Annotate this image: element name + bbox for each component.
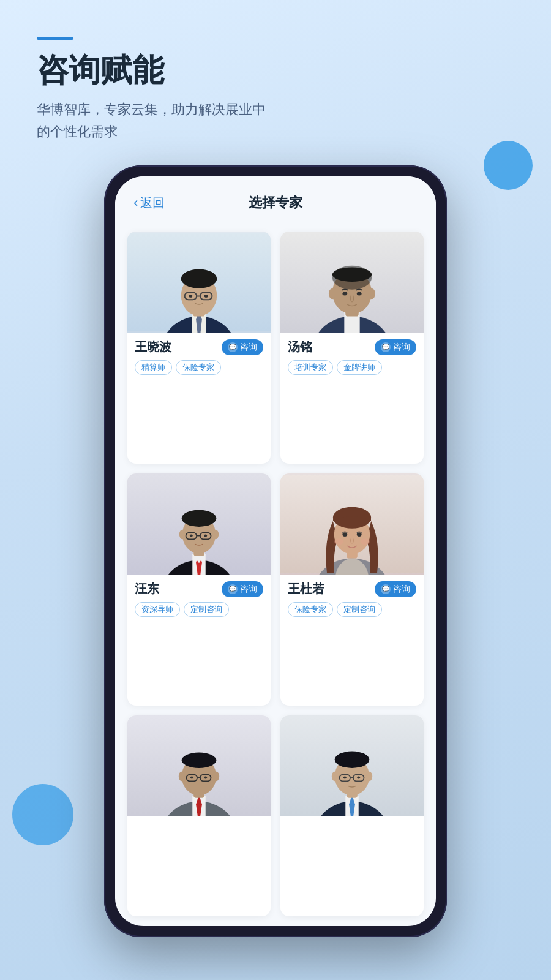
expert-photo-5 bbox=[127, 715, 271, 816]
expert-card-wang-dong: 汪东 💬 咨询 资深导师 定制咨询 bbox=[127, 473, 271, 706]
svg-point-11 bbox=[189, 295, 192, 298]
expert-name-row: 王晓波 💬 咨询 bbox=[135, 339, 263, 355]
consult-label: 咨询 bbox=[393, 342, 410, 353]
expert-name: 汪东 bbox=[135, 581, 159, 597]
tag-zishen: 资深导师 bbox=[135, 602, 180, 617]
consult-button-wang-duruo[interactable]: 💬 咨询 bbox=[375, 581, 416, 597]
back-label: 返回 bbox=[140, 195, 165, 211]
expert-card-wang-xiaobo: 王晓波 💬 咨询 精算师 保险专家 bbox=[127, 232, 271, 464]
app-content: ‹ 返回 选择专家 bbox=[115, 176, 436, 926]
expert-photo-wang-dong bbox=[127, 473, 271, 575]
svg-point-19 bbox=[332, 266, 372, 290]
svg-point-23 bbox=[368, 288, 375, 300]
consult-label: 咨询 bbox=[240, 342, 257, 353]
expert-info-wang-xiaobo: 王晓波 💬 咨询 精算师 保险专家 bbox=[127, 333, 271, 382]
svg-point-75 bbox=[343, 777, 347, 779]
consult-button-tang-ming[interactable]: 💬 咨询 bbox=[375, 339, 416, 355]
chat-icon: 💬 bbox=[381, 342, 391, 352]
tag-dingzhi: 定制咨询 bbox=[184, 602, 229, 617]
tag-jinpai: 金牌讲师 bbox=[337, 360, 382, 375]
expert-tags: 精算师 保险专家 bbox=[135, 360, 263, 375]
consult-button-wang-dong[interactable]: 💬 咨询 bbox=[222, 581, 263, 597]
expert-photo-wang-xiaobo bbox=[127, 232, 271, 333]
nav-title: 选择专家 bbox=[249, 194, 302, 212]
svg-point-12 bbox=[204, 295, 208, 298]
svg-point-69 bbox=[335, 752, 370, 768]
expert-info-tang-ming: 汤铭 💬 咨询 培训专家 金牌讲师 bbox=[280, 333, 424, 382]
svg-point-45 bbox=[342, 532, 347, 537]
tag-baoxian: 保险专家 bbox=[176, 360, 221, 375]
expert-name-row: 汤铭 💬 咨询 bbox=[288, 339, 416, 355]
svg-point-73 bbox=[332, 772, 338, 782]
expert-tags: 资深导师 定制咨询 bbox=[135, 602, 263, 617]
svg-point-74 bbox=[366, 772, 372, 782]
expert-photo-wang-duruo bbox=[280, 473, 424, 575]
expert-tags: 培训专家 金牌讲师 bbox=[288, 360, 416, 375]
page-subtitle: 华博智库，专家云集，助力解决展业中的个性化需求 bbox=[37, 99, 514, 141]
tag-baoxian2: 保险专家 bbox=[288, 602, 333, 617]
header-accent-bar bbox=[37, 37, 73, 40]
svg-point-62 bbox=[204, 777, 207, 779]
expert-card-tang-ming: 汤铭 💬 咨询 培训专家 金牌讲师 bbox=[280, 232, 424, 464]
svg-point-21 bbox=[357, 292, 362, 296]
svg-point-31 bbox=[182, 510, 217, 527]
chat-icon: 💬 bbox=[228, 342, 238, 352]
expert-name: 王杜若 bbox=[288, 581, 324, 597]
expert-name-row: 汪东 💬 咨询 bbox=[135, 581, 263, 597]
expert-info-wang-duruo: 王杜若 💬 咨询 保险专家 定制咨询 bbox=[280, 575, 424, 624]
svg-point-38 bbox=[212, 530, 219, 540]
svg-point-61 bbox=[190, 777, 193, 779]
consult-button-wang-xiaobo[interactable]: 💬 咨询 bbox=[222, 339, 263, 355]
expert-name-row: 王杜若 💬 咨询 bbox=[288, 581, 416, 597]
consult-label: 咨询 bbox=[393, 584, 410, 595]
expert-photo-6 bbox=[280, 715, 424, 816]
svg-point-22 bbox=[329, 288, 336, 300]
header-section: 咨询赋能 华博智库，专家云集，助力解决展业中的个性化需求 bbox=[37, 37, 514, 142]
tag-peixun: 培训专家 bbox=[288, 360, 333, 375]
svg-point-48 bbox=[361, 538, 370, 545]
expert-tags: 保险专家 定制咨询 bbox=[288, 602, 416, 617]
page-title: 咨询赋能 bbox=[37, 51, 514, 89]
svg-point-7 bbox=[181, 270, 217, 288]
phone-mockup: ‹ 返回 选择专家 bbox=[104, 165, 447, 937]
svg-point-35 bbox=[190, 535, 193, 537]
svg-point-46 bbox=[357, 532, 362, 537]
nav-bar: ‹ 返回 选择专家 bbox=[115, 176, 436, 222]
svg-point-55 bbox=[182, 753, 217, 768]
consult-label: 咨询 bbox=[240, 584, 257, 595]
phone-body: ‹ 返回 选择专家 bbox=[104, 165, 447, 937]
svg-point-37 bbox=[179, 530, 186, 540]
chevron-left-icon: ‹ bbox=[133, 195, 138, 211]
tag-jingsuan: 精算师 bbox=[135, 360, 172, 375]
svg-point-36 bbox=[204, 535, 207, 537]
nav-back-button[interactable]: ‹ 返回 bbox=[133, 195, 165, 211]
chat-icon: 💬 bbox=[381, 584, 391, 594]
expert-grid: 王晓波 💬 咨询 精算师 保险专家 bbox=[115, 222, 436, 926]
chat-icon: 💬 bbox=[228, 584, 238, 594]
expert-name: 汤铭 bbox=[288, 339, 312, 355]
svg-point-20 bbox=[342, 292, 347, 296]
svg-point-76 bbox=[357, 777, 360, 779]
expert-info-5 bbox=[127, 816, 271, 835]
deco-circle-bottom bbox=[12, 784, 73, 845]
deco-circle-top bbox=[484, 141, 533, 190]
expert-info-6 bbox=[280, 816, 424, 835]
phone-screen: ‹ 返回 选择专家 bbox=[115, 176, 436, 926]
svg-point-59 bbox=[179, 772, 185, 782]
tag-dingzhi2: 定制咨询 bbox=[337, 602, 382, 617]
expert-card-6 bbox=[280, 715, 424, 916]
expert-card-wang-duruo: 王杜若 💬 咨询 保险专家 定制咨询 bbox=[280, 473, 424, 706]
svg-point-47 bbox=[334, 538, 344, 545]
expert-photo-tang-ming bbox=[280, 232, 424, 333]
svg-point-60 bbox=[213, 772, 219, 782]
expert-card-5 bbox=[127, 715, 271, 916]
expert-name: 王晓波 bbox=[135, 339, 171, 355]
expert-info-wang-dong: 汪东 💬 咨询 资深导师 定制咨询 bbox=[127, 575, 271, 624]
